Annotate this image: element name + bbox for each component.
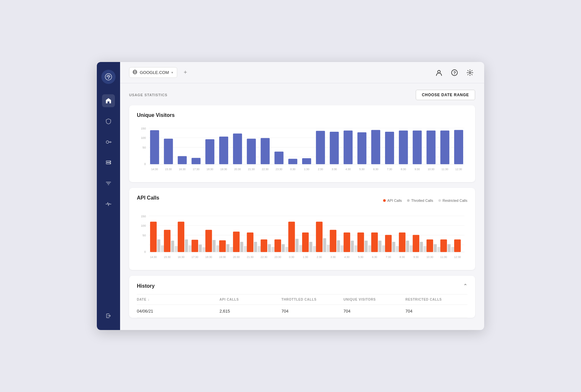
svg-text:4:30: 4:30 [345, 168, 351, 171]
shield-icon [105, 118, 112, 125]
svg-rect-33 [261, 138, 270, 164]
svg-rect-47 [454, 130, 463, 164]
svg-rect-121 [341, 245, 343, 252]
sidebar-item-logout[interactable] [102, 309, 115, 322]
legend-api-calls: API Calls [383, 199, 402, 202]
svg-text:9:30: 9:30 [414, 168, 420, 171]
choose-date-range-button[interactable]: CHOOSE DATE RANGE [416, 90, 475, 100]
svg-rect-87 [185, 239, 188, 252]
main-content: GOOGLE.COM ▾ + ? [120, 62, 484, 330]
site-selector[interactable]: GOOGLE.COM ▾ [129, 67, 177, 78]
globe-icon [133, 70, 137, 75]
svg-text:5:30: 5:30 [359, 168, 365, 171]
svg-rect-134 [399, 232, 405, 252]
svg-text:5:30: 5:30 [358, 255, 363, 259]
svg-text:8:30: 8:30 [401, 168, 406, 171]
svg-text:7:30: 7:30 [386, 255, 391, 259]
svg-rect-88 [189, 245, 191, 252]
svg-rect-28 [191, 158, 200, 164]
svg-text:16:30: 16:30 [179, 168, 186, 171]
throttled-calls-dot [407, 199, 410, 202]
help-icon[interactable]: ? [449, 67, 460, 78]
api-calls-chart-header: API Calls API Calls Throtled Calls Re [137, 195, 467, 206]
sort-icon[interactable]: ↓ [148, 298, 150, 301]
unique-visitors-chart: 150 100 50 0 [137, 123, 467, 176]
svg-rect-118 [327, 245, 330, 252]
svg-rect-107 [274, 239, 281, 252]
svg-text:1:30: 1:30 [303, 255, 308, 259]
sidebar-logo[interactable] [101, 70, 116, 84]
account-icon[interactable] [434, 67, 444, 78]
svg-rect-84 [171, 241, 174, 252]
svg-rect-43 [399, 130, 408, 164]
svg-rect-144 [448, 244, 451, 252]
svg-point-15 [469, 72, 471, 74]
svg-text:50: 50 [143, 234, 146, 237]
svg-rect-94 [216, 245, 219, 252]
history-toggle-button[interactable]: ⌃ [463, 283, 467, 289]
restricted-calls-dot [438, 199, 441, 202]
svg-text:1:30: 1:30 [304, 168, 310, 171]
svg-text:?: ? [454, 70, 456, 75]
topbar: GOOGLE.COM ▾ + ? [120, 62, 484, 83]
svg-rect-27 [178, 156, 187, 164]
svg-rect-31 [233, 134, 242, 164]
sidebar-item-keys[interactable] [102, 136, 115, 149]
svg-rect-137 [413, 235, 419, 252]
svg-text:50: 50 [143, 146, 146, 149]
key-icon [105, 139, 112, 145]
svg-text:12:30: 12:30 [455, 168, 462, 171]
svg-rect-112 [299, 245, 302, 252]
svg-rect-80 [150, 222, 157, 252]
svg-text:23:30: 23:30 [276, 168, 282, 171]
svg-rect-129 [378, 241, 381, 252]
svg-text:0:30: 0:30 [290, 168, 296, 171]
svg-text:7:30: 7:30 [387, 168, 392, 171]
svg-rect-91 [202, 247, 205, 252]
svg-rect-122 [343, 232, 350, 252]
sidebar-item-filter[interactable] [102, 177, 115, 190]
svg-rect-95 [219, 240, 226, 252]
svg-text:9:30: 9:30 [413, 255, 419, 259]
svg-rect-40 [357, 132, 366, 164]
row-unique: 704 [343, 309, 405, 314]
svg-rect-111 [296, 239, 299, 252]
svg-rect-36 [302, 158, 311, 164]
svg-rect-45 [426, 130, 435, 164]
sidebar [97, 62, 120, 330]
sidebar-nav [102, 94, 115, 309]
chevron-down-icon: ▾ [171, 71, 173, 74]
history-title: History [137, 283, 155, 289]
svg-text:16:30: 16:30 [178, 255, 184, 259]
svg-text:17:30: 17:30 [191, 255, 198, 259]
table-row: 04/06/21 2,615 704 704 704 [137, 305, 467, 318]
history-card: History ⌃ DATE ↓ API CALLS THROTTLED CAL… [129, 276, 475, 318]
svg-text:22:30: 22:30 [262, 168, 269, 171]
svg-point-0 [105, 74, 112, 80]
svg-rect-120 [337, 240, 340, 252]
sidebar-item-security[interactable] [102, 115, 115, 128]
svg-rect-89 [191, 240, 198, 252]
svg-rect-140 [426, 239, 433, 252]
svg-rect-92 [205, 230, 212, 252]
sidebar-item-health[interactable] [102, 198, 115, 211]
svg-text:14:30: 14:30 [151, 168, 158, 171]
row-date: 04/06/21 [137, 309, 219, 314]
server-icon [105, 160, 112, 166]
svg-rect-93 [213, 240, 216, 252]
svg-text:19:30: 19:30 [220, 168, 227, 171]
sidebar-item-home[interactable] [102, 94, 115, 107]
svg-rect-83 [164, 230, 170, 252]
svg-rect-125 [357, 232, 364, 252]
svg-rect-146 [454, 239, 461, 252]
svg-rect-145 [451, 247, 454, 252]
svg-text:12:30: 12:30 [454, 255, 461, 259]
add-tab-button[interactable]: + [180, 68, 190, 77]
svg-text:22:30: 22:30 [260, 255, 267, 259]
svg-rect-136 [410, 245, 413, 252]
sidebar-bottom [102, 309, 115, 322]
settings-icon[interactable] [465, 67, 475, 78]
sidebar-item-servers[interactable] [102, 156, 115, 169]
svg-rect-85 [175, 246, 178, 252]
table-header-throttled: THROTTLED CALLS [281, 298, 343, 301]
